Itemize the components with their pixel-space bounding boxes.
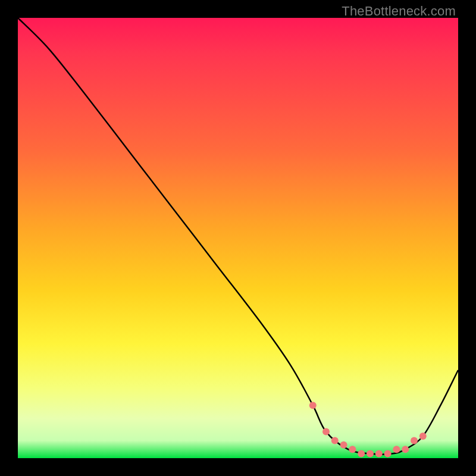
curve-marker: [349, 446, 356, 453]
curve-marker: [322, 428, 330, 436]
curve-marker: [402, 446, 409, 453]
curve-marker: [309, 402, 317, 409]
curve-marker: [375, 450, 383, 458]
curve-marker: [340, 441, 347, 449]
curve-marker: [411, 437, 418, 444]
curve-marker: [331, 437, 339, 444]
curve-marker: [393, 446, 400, 453]
curve-marker: [367, 450, 374, 458]
chart-svg: [18, 18, 458, 458]
bottleneck-curve: [18, 18, 458, 455]
curve-marker: [358, 450, 365, 458]
plot-area: [18, 18, 458, 458]
curve-markers: [309, 402, 427, 457]
curve-marker: [419, 433, 427, 440]
curve-marker: [384, 450, 392, 458]
chart-stage: TheBottleneck.com: [0, 0, 476, 476]
watermark-text: TheBottleneck.com: [342, 4, 456, 19]
